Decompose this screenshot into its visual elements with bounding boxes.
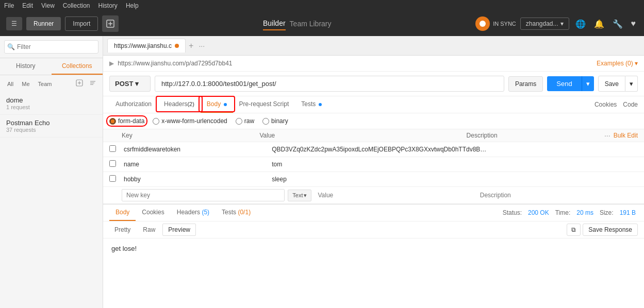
send-button[interactable]: Send xyxy=(547,76,581,91)
dots-icon[interactable]: ··· xyxy=(604,131,610,140)
table-actions: ··· Bulk Edit xyxy=(604,131,638,140)
add-tab-button[interactable]: + xyxy=(186,41,196,50)
form-data-option[interactable]: form-data xyxy=(109,117,144,125)
tab-builder[interactable]: Builder xyxy=(263,17,286,30)
tab-collections[interactable]: Collections xyxy=(52,58,103,75)
urlencoded-radio[interactable] xyxy=(153,118,159,125)
url-tab-bar: https://www.jianshu.c + ··· xyxy=(103,36,644,56)
params-button[interactable]: Params xyxy=(508,76,543,92)
heart-button[interactable]: ♥ xyxy=(629,17,638,30)
req-tab-authorization[interactable]: Authorization xyxy=(109,96,158,113)
new-tab-button[interactable] xyxy=(102,15,119,32)
bulk-edit-link[interactable]: Bulk Edit xyxy=(614,132,638,139)
filter-me-button[interactable]: Me xyxy=(19,80,32,88)
urlencoded-option[interactable]: x-www-form-urlencoded xyxy=(153,117,227,125)
raw-radio[interactable] xyxy=(236,118,242,125)
wrench-button[interactable]: 🔧 xyxy=(610,17,625,31)
user-label: zhangdad... xyxy=(526,20,558,27)
sidebar: 🔍 History Collections All Me Team dome 1… xyxy=(0,36,103,308)
req-tab-pre-request[interactable]: Pre-request Script xyxy=(233,96,295,113)
status-bar: Status: 200 OK Time: 20 ms Size: 191 B xyxy=(503,209,638,216)
filter-all-button[interactable]: All xyxy=(4,80,16,88)
collection-item-dome[interactable]: dome 1 request xyxy=(0,92,103,115)
binary-radio[interactable] xyxy=(262,118,269,125)
cookies-link[interactable]: Cookies xyxy=(595,101,617,108)
more-tabs-button[interactable]: ··· xyxy=(196,42,207,50)
response-tabs-bar: Body Cookies Headers (5) Tests (0/1) Sta… xyxy=(103,204,644,221)
row-checkbox-1[interactable] xyxy=(109,160,116,167)
copy-response-button[interactable]: ⧉ xyxy=(567,224,581,236)
runner-button[interactable]: Runner xyxy=(26,17,61,30)
resp-view-raw[interactable]: Raw xyxy=(138,224,160,235)
filter-team-button[interactable]: Team xyxy=(35,80,55,88)
sidebar-icon: ☰ xyxy=(11,20,17,27)
save-response-label: Save Response xyxy=(588,226,632,233)
resp-tab-cookies[interactable]: Cookies xyxy=(136,204,170,221)
req-tabs-left: Authorization Headers(2) Body Pre-reques… xyxy=(109,96,328,113)
resp-tab-tests[interactable]: Tests (0/1) xyxy=(216,204,257,221)
sync-icon xyxy=(475,16,490,31)
req-tab-headers[interactable]: Headers(2) xyxy=(158,96,201,113)
save-response-button[interactable]: Save Response xyxy=(583,224,638,236)
value-cell-0: QBD3VZq0zKZdc2pwA35ipoxdLcoMEjOEBPQPc3X8… xyxy=(270,146,490,153)
size-value: 191 B xyxy=(620,209,636,216)
tab-history[interactable]: History xyxy=(0,58,52,75)
sync-label: IN SYNC xyxy=(493,21,516,27)
resp-tab-headers[interactable]: Headers (5) xyxy=(171,204,216,221)
url-input[interactable] xyxy=(155,76,504,92)
row-checkbox-0[interactable] xyxy=(109,145,116,152)
send-dropdown-button[interactable]: ▾ xyxy=(582,76,594,91)
sidebar-toggle-button[interactable]: ☰ xyxy=(6,17,22,30)
menu-item-edit[interactable]: Edit xyxy=(22,2,33,9)
raw-option[interactable]: raw xyxy=(236,117,254,125)
req-tabs-right: Cookies Code xyxy=(595,101,638,108)
form-data-table-area: csrfmiddlewaretoken QBD3VZq0zKZdc2pwA35i… xyxy=(103,142,644,204)
import-button[interactable]: Import xyxy=(65,16,98,31)
menu-item-collection[interactable]: Collection xyxy=(63,2,90,9)
new-key-row: Text ▾ xyxy=(103,187,644,204)
save-button[interactable]: Save xyxy=(598,76,625,92)
new-value-input[interactable] xyxy=(313,190,475,201)
menu-item-view[interactable]: View xyxy=(41,2,55,9)
filter-input[interactable] xyxy=(4,40,98,54)
text-type-chevron-icon: ▾ xyxy=(304,192,307,199)
globe-button[interactable]: 🌐 xyxy=(573,17,588,31)
key-cell-2: hobby xyxy=(122,176,270,183)
req-tab-tests[interactable]: Tests xyxy=(295,96,327,113)
sidebar-tabs: History Collections xyxy=(0,58,103,75)
table-row: hobby sleep xyxy=(103,172,644,187)
examples-link[interactable]: Examples (0) ▾ xyxy=(597,60,638,67)
tab-team-library[interactable]: Team Library xyxy=(290,18,332,30)
new-key-input[interactable] xyxy=(122,189,285,201)
binary-option[interactable]: binary xyxy=(262,117,288,125)
resp-tab-body[interactable]: Body xyxy=(109,204,136,221)
form-data-radio[interactable] xyxy=(109,118,116,125)
row-checkbox-2[interactable] xyxy=(109,175,116,182)
url-tab-active[interactable]: https://www.jianshu.c xyxy=(107,39,186,53)
method-chevron-icon: ▾ xyxy=(135,80,139,88)
method-label: POST xyxy=(115,80,133,88)
sort-button[interactable] xyxy=(87,78,98,89)
headers-badge: (2) xyxy=(187,101,194,107)
method-select[interactable]: POST ▾ xyxy=(109,76,151,92)
text-type-button[interactable]: Text ▾ xyxy=(288,190,311,201)
code-link[interactable]: Code xyxy=(623,101,638,108)
menu-item-file[interactable]: File xyxy=(4,2,14,9)
collection-item-postman-echo[interactable]: Postman Echo 37 requests xyxy=(0,115,103,138)
menu-item-history[interactable]: History xyxy=(98,2,118,9)
tests-tab-label: Tests xyxy=(301,100,316,108)
menu-item-help[interactable]: Help xyxy=(126,2,139,9)
headers-tab-label: Headers xyxy=(164,100,187,108)
status-value: 200 OK xyxy=(528,209,549,216)
req-tab-body[interactable]: Body xyxy=(201,96,233,113)
save-dropdown-button[interactable]: ▾ xyxy=(625,76,638,92)
new-collection-button[interactable] xyxy=(74,78,85,89)
collection-list: dome 1 request Postman Echo 37 requests xyxy=(0,92,103,308)
resp-view-preview[interactable]: Preview xyxy=(162,224,196,236)
save-group: Save ▾ xyxy=(598,76,638,92)
col-desc-header: Description xyxy=(467,132,604,139)
new-desc-input[interactable] xyxy=(476,190,638,201)
bell-button[interactable]: 🔔 xyxy=(592,17,606,31)
user-menu-button[interactable]: zhangdad... ▾ xyxy=(520,18,569,30)
resp-view-pretty[interactable]: Pretty xyxy=(109,224,136,235)
